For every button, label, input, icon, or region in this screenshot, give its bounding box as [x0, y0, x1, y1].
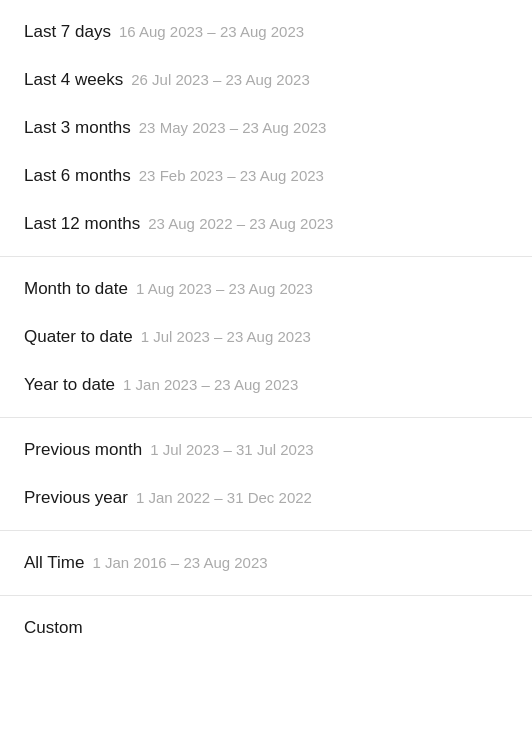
label-previous-month: Previous month — [24, 440, 142, 460]
menu-item-last-3-months[interactable]: Last 3 months23 May 2023 – 23 Aug 2023 — [0, 104, 532, 152]
date-previous-year: 1 Jan 2022 – 31 Dec 2022 — [136, 489, 312, 506]
date-last-6-months: 23 Feb 2023 – 23 Aug 2023 — [139, 167, 324, 184]
label-last-3-months: Last 3 months — [24, 118, 131, 138]
label-all-time: All Time — [24, 553, 84, 573]
menu-item-last-6-months[interactable]: Last 6 months23 Feb 2023 – 23 Aug 2023 — [0, 152, 532, 200]
menu-item-previous-month[interactable]: Previous month1 Jul 2023 – 31 Jul 2023 — [0, 426, 532, 474]
label-last-7-days: Last 7 days — [24, 22, 111, 42]
date-last-3-months: 23 May 2023 – 23 Aug 2023 — [139, 119, 327, 136]
menu-item-last-7-days[interactable]: Last 7 days16 Aug 2023 – 23 Aug 2023 — [0, 8, 532, 56]
menu-item-custom[interactable]: Custom — [0, 604, 532, 652]
menu-item-last-12-months[interactable]: Last 12 months23 Aug 2022 – 23 Aug 2023 — [0, 200, 532, 248]
group-last-periods: Last 7 days16 Aug 2023 – 23 Aug 2023Last… — [0, 0, 532, 257]
date-previous-month: 1 Jul 2023 – 31 Jul 2023 — [150, 441, 313, 458]
date-last-12-months: 23 Aug 2022 – 23 Aug 2023 — [148, 215, 333, 232]
date-last-7-days: 16 Aug 2023 – 23 Aug 2023 — [119, 23, 304, 40]
label-quarter-to-date: Quater to date — [24, 327, 133, 347]
date-month-to-date: 1 Aug 2023 – 23 Aug 2023 — [136, 280, 313, 297]
group-previous-periods: Previous month1 Jul 2023 – 31 Jul 2023Pr… — [0, 418, 532, 531]
label-previous-year: Previous year — [24, 488, 128, 508]
date-quarter-to-date: 1 Jul 2023 – 23 Aug 2023 — [141, 328, 311, 345]
menu-item-quarter-to-date[interactable]: Quater to date1 Jul 2023 – 23 Aug 2023 — [0, 313, 532, 361]
label-last-4-weeks: Last 4 weeks — [24, 70, 123, 90]
group-all-time-group: All Time1 Jan 2016 – 23 Aug 2023 — [0, 531, 532, 596]
menu-item-previous-year[interactable]: Previous year1 Jan 2022 – 31 Dec 2022 — [0, 474, 532, 522]
date-all-time: 1 Jan 2016 – 23 Aug 2023 — [92, 554, 267, 571]
menu-item-all-time[interactable]: All Time1 Jan 2016 – 23 Aug 2023 — [0, 539, 532, 587]
date-year-to-date: 1 Jan 2023 – 23 Aug 2023 — [123, 376, 298, 393]
label-month-to-date: Month to date — [24, 279, 128, 299]
label-custom: Custom — [24, 618, 83, 638]
label-year-to-date: Year to date — [24, 375, 115, 395]
label-last-12-months: Last 12 months — [24, 214, 140, 234]
group-to-date-periods: Month to date1 Aug 2023 – 23 Aug 2023Qua… — [0, 257, 532, 418]
menu-item-last-4-weeks[interactable]: Last 4 weeks26 Jul 2023 – 23 Aug 2023 — [0, 56, 532, 104]
menu-item-year-to-date[interactable]: Year to date1 Jan 2023 – 23 Aug 2023 — [0, 361, 532, 409]
menu-item-month-to-date[interactable]: Month to date1 Aug 2023 – 23 Aug 2023 — [0, 265, 532, 313]
label-last-6-months: Last 6 months — [24, 166, 131, 186]
date-last-4-weeks: 26 Jul 2023 – 23 Aug 2023 — [131, 71, 310, 88]
group-custom-group: Custom — [0, 596, 532, 660]
date-range-menu: Last 7 days16 Aug 2023 – 23 Aug 2023Last… — [0, 0, 532, 660]
